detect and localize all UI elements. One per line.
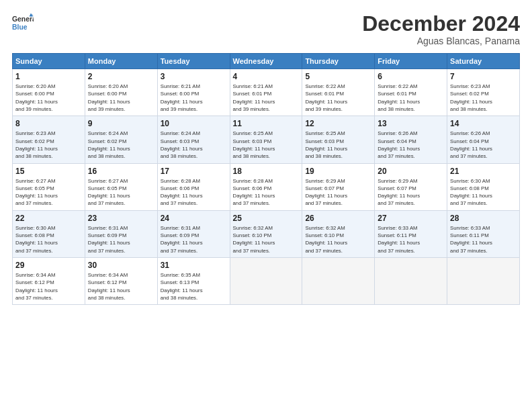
col-header-sunday: Sunday — [13, 54, 85, 69]
calendar-cell: 5Sunrise: 6:22 AMSunset: 6:01 PMDaylight… — [302, 69, 375, 116]
calendar-cell: 14Sunrise: 6:26 AMSunset: 6:04 PMDayligh… — [447, 116, 520, 163]
day-number: 17 — [161, 167, 227, 176]
day-info: Sunrise: 6:20 AMSunset: 6:00 PMDaylight:… — [88, 83, 154, 113]
day-info: Sunrise: 6:21 AMSunset: 6:01 PMDaylight:… — [233, 83, 300, 113]
calendar-cell: 20Sunrise: 6:29 AMSunset: 6:07 PMDayligh… — [375, 163, 447, 210]
day-info: Sunrise: 6:29 AMSunset: 6:07 PMDaylight:… — [305, 177, 371, 208]
day-info: Sunrise: 6:20 AMSunset: 6:00 PMDaylight:… — [15, 83, 82, 113]
calendar-cell: 26Sunrise: 6:32 AMSunset: 6:10 PMDayligh… — [302, 210, 375, 257]
day-info: Sunrise: 6:29 AMSunset: 6:07 PMDaylight:… — [378, 177, 444, 208]
day-info: Sunrise: 6:30 AMSunset: 6:08 PMDaylight:… — [450, 177, 517, 208]
day-number: 23 — [88, 214, 154, 223]
day-info: Sunrise: 6:31 AMSunset: 6:09 PMDaylight:… — [161, 224, 227, 255]
day-number: 21 — [450, 167, 517, 176]
calendar-cell: 22Sunrise: 6:30 AMSunset: 6:08 PMDayligh… — [13, 210, 85, 257]
calendar-table: SundayMondayTuesdayWednesdayThursdayFrid… — [12, 53, 520, 305]
day-info: Sunrise: 6:21 AMSunset: 6:00 PMDaylight:… — [161, 83, 227, 113]
calendar-cell: 31Sunrise: 6:35 AMSunset: 6:13 PMDayligh… — [157, 257, 230, 304]
day-info: Sunrise: 6:33 AMSunset: 6:11 PMDaylight:… — [378, 224, 444, 255]
day-info: Sunrise: 6:23 AMSunset: 6:02 PMDaylight:… — [450, 83, 517, 113]
calendar-week-3: 15Sunrise: 6:27 AMSunset: 6:05 PMDayligh… — [13, 163, 520, 210]
calendar-cell: 15Sunrise: 6:27 AMSunset: 6:05 PMDayligh… — [13, 163, 85, 210]
location-subtitle: Aguas Blancas, Panama — [362, 36, 520, 46]
calendar-cell: 18Sunrise: 6:28 AMSunset: 6:06 PMDayligh… — [230, 163, 302, 210]
calendar-cell: 13Sunrise: 6:26 AMSunset: 6:04 PMDayligh… — [375, 116, 447, 163]
day-number: 5 — [305, 72, 371, 81]
calendar-cell — [375, 257, 447, 304]
header: General Blue December 2024 Aguas Blancas… — [12, 12, 520, 46]
day-number: 30 — [88, 261, 154, 270]
calendar-week-4: 22Sunrise: 6:30 AMSunset: 6:08 PMDayligh… — [13, 210, 520, 257]
page: General Blue December 2024 Aguas Blancas… — [0, 0, 532, 411]
calendar-header-row: SundayMondayTuesdayWednesdayThursdayFrid… — [13, 54, 520, 69]
calendar-cell: 30Sunrise: 6:34 AMSunset: 6:12 PMDayligh… — [85, 257, 157, 304]
day-info: Sunrise: 6:23 AMSunset: 6:02 PMDaylight:… — [15, 130, 82, 160]
day-info: Sunrise: 6:30 AMSunset: 6:08 PMDaylight:… — [15, 224, 82, 255]
day-number: 4 — [233, 72, 300, 81]
col-header-saturday: Saturday — [447, 54, 520, 69]
day-number: 27 — [378, 214, 444, 223]
calendar-cell: 1Sunrise: 6:20 AMSunset: 6:00 PMDaylight… — [13, 69, 85, 116]
calendar-cell: 11Sunrise: 6:25 AMSunset: 6:03 PMDayligh… — [230, 116, 302, 163]
day-info: Sunrise: 6:27 AMSunset: 6:05 PMDaylight:… — [15, 177, 82, 208]
day-info: Sunrise: 6:28 AMSunset: 6:06 PMDaylight:… — [233, 177, 300, 208]
day-info: Sunrise: 6:26 AMSunset: 6:04 PMDaylight:… — [378, 130, 444, 160]
day-number: 8 — [15, 119, 82, 128]
logo: General Blue — [12, 12, 34, 34]
calendar-cell: 25Sunrise: 6:32 AMSunset: 6:10 PMDayligh… — [230, 210, 302, 257]
day-info: Sunrise: 6:25 AMSunset: 6:03 PMDaylight:… — [233, 130, 300, 160]
day-number: 31 — [161, 261, 227, 270]
calendar-cell: 2Sunrise: 6:20 AMSunset: 6:00 PMDaylight… — [85, 69, 157, 116]
day-info: Sunrise: 6:31 AMSunset: 6:09 PMDaylight:… — [88, 224, 154, 255]
day-number: 19 — [305, 167, 371, 176]
day-info: Sunrise: 6:32 AMSunset: 6:10 PMDaylight:… — [305, 224, 371, 255]
day-info: Sunrise: 6:22 AMSunset: 6:01 PMDaylight:… — [305, 83, 371, 113]
calendar-cell: 27Sunrise: 6:33 AMSunset: 6:11 PMDayligh… — [375, 210, 447, 257]
col-header-tuesday: Tuesday — [157, 54, 230, 69]
day-number: 2 — [88, 72, 154, 81]
day-number: 12 — [305, 119, 371, 128]
day-number: 7 — [450, 72, 517, 81]
calendar-week-5: 29Sunrise: 6:34 AMSunset: 6:12 PMDayligh… — [13, 257, 520, 304]
day-info: Sunrise: 6:26 AMSunset: 6:04 PMDaylight:… — [450, 130, 517, 160]
day-number: 6 — [378, 72, 444, 81]
day-number: 9 — [88, 119, 154, 128]
calendar-cell: 23Sunrise: 6:31 AMSunset: 6:09 PMDayligh… — [85, 210, 157, 257]
day-info: Sunrise: 6:27 AMSunset: 6:05 PMDaylight:… — [88, 177, 154, 208]
svg-text:Blue: Blue — [12, 24, 28, 31]
calendar-week-1: 1Sunrise: 6:20 AMSunset: 6:00 PMDaylight… — [13, 69, 520, 116]
calendar-cell: 4Sunrise: 6:21 AMSunset: 6:01 PMDaylight… — [230, 69, 302, 116]
svg-text:General: General — [12, 15, 34, 23]
calendar-week-2: 8Sunrise: 6:23 AMSunset: 6:02 PMDaylight… — [13, 116, 520, 163]
col-header-thursday: Thursday — [302, 54, 375, 69]
calendar-cell: 6Sunrise: 6:22 AMSunset: 6:01 PMDaylight… — [375, 69, 447, 116]
calendar-cell: 9Sunrise: 6:24 AMSunset: 6:02 PMDaylight… — [85, 116, 157, 163]
calendar-cell: 12Sunrise: 6:25 AMSunset: 6:03 PMDayligh… — [302, 116, 375, 163]
day-number: 1 — [15, 72, 82, 81]
day-number: 26 — [305, 214, 371, 223]
calendar-cell: 29Sunrise: 6:34 AMSunset: 6:12 PMDayligh… — [13, 257, 85, 304]
calendar-cell: 28Sunrise: 6:33 AMSunset: 6:11 PMDayligh… — [447, 210, 520, 257]
calendar-cell: 17Sunrise: 6:28 AMSunset: 6:06 PMDayligh… — [157, 163, 230, 210]
day-number: 14 — [450, 119, 517, 128]
calendar-cell: 10Sunrise: 6:24 AMSunset: 6:03 PMDayligh… — [157, 116, 230, 163]
calendar-cell: 7Sunrise: 6:23 AMSunset: 6:02 PMDaylight… — [447, 69, 520, 116]
col-header-friday: Friday — [375, 54, 447, 69]
day-number: 16 — [88, 167, 154, 176]
day-number: 13 — [378, 119, 444, 128]
day-info: Sunrise: 6:25 AMSunset: 6:03 PMDaylight:… — [305, 130, 371, 160]
day-info: Sunrise: 6:34 AMSunset: 6:12 PMDaylight:… — [15, 271, 82, 302]
month-title: December 2024 — [362, 12, 520, 36]
day-number: 10 — [161, 119, 227, 128]
day-number: 24 — [161, 214, 227, 223]
col-header-monday: Monday — [85, 54, 157, 69]
calendar-cell: 8Sunrise: 6:23 AMSunset: 6:02 PMDaylight… — [13, 116, 85, 163]
day-info: Sunrise: 6:24 AMSunset: 6:02 PMDaylight:… — [88, 130, 154, 160]
calendar-cell: 21Sunrise: 6:30 AMSunset: 6:08 PMDayligh… — [447, 163, 520, 210]
calendar-cell — [447, 257, 520, 304]
calendar-cell — [302, 257, 375, 304]
day-number: 29 — [15, 261, 82, 270]
col-header-wednesday: Wednesday — [230, 54, 302, 69]
day-info: Sunrise: 6:34 AMSunset: 6:12 PMDaylight:… — [88, 271, 154, 302]
calendar-cell — [230, 257, 302, 304]
